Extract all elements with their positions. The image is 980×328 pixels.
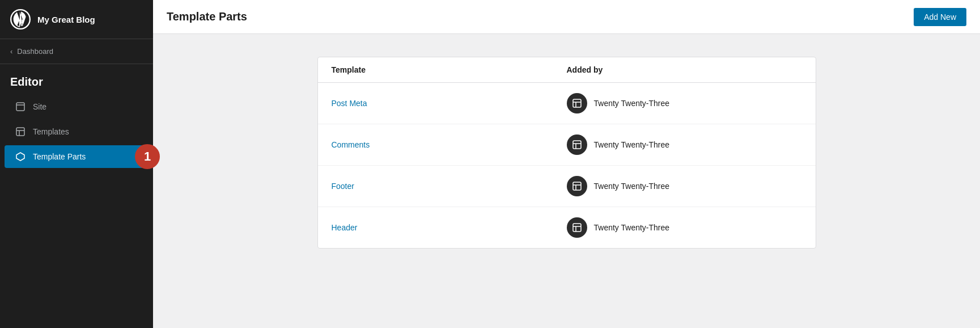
added-by-name: Twenty Twenty-Three xyxy=(594,182,670,191)
table-row: Footer Twenty Twenty-Three xyxy=(318,166,816,207)
table-row: 2 Header Twenty Twenty-Three xyxy=(318,207,816,248)
table-header: Template Added by xyxy=(318,57,816,83)
sidebar-item-templates[interactable]: Templates xyxy=(5,120,149,143)
dashboard-link[interactable]: ‹ Dashboard xyxy=(0,39,153,64)
theme-icon xyxy=(567,176,587,196)
sidebar-item-site[interactable]: Site xyxy=(5,95,149,118)
templates-icon xyxy=(15,126,26,137)
template-parts-icon xyxy=(15,151,26,162)
content-area: Template Added by Post Meta Twenty Twent… xyxy=(153,34,980,328)
added-by-name: Twenty Twenty-Three xyxy=(594,223,670,232)
annotation-badge-1: 1 xyxy=(135,144,160,169)
svg-rect-15 xyxy=(573,224,581,232)
template-link-footer[interactable]: Footer xyxy=(332,182,567,191)
svg-rect-12 xyxy=(573,182,581,190)
added-by-name: Twenty Twenty-Three xyxy=(594,140,670,149)
template-link-header[interactable]: Header xyxy=(332,223,567,232)
page-title: Template Parts xyxy=(167,10,247,23)
svg-rect-9 xyxy=(573,141,581,149)
back-arrow-icon: ‹ xyxy=(10,47,12,56)
main-content: Template Parts Add New Template Added by… xyxy=(153,0,980,328)
wordpress-logo xyxy=(10,9,31,30)
template-link-post-meta[interactable]: Post Meta xyxy=(332,99,567,108)
svg-rect-6 xyxy=(573,99,581,107)
col-header-template: Template xyxy=(332,65,567,74)
added-by-cell: Twenty Twenty-Three xyxy=(567,134,802,155)
sidebar-item-site-label: Site xyxy=(33,102,46,111)
template-parts-table: Template Added by Post Meta Twenty Twent… xyxy=(317,57,816,249)
site-icon xyxy=(15,101,26,112)
svg-rect-3 xyxy=(16,128,24,136)
added-by-cell: Twenty Twenty-Three xyxy=(567,217,802,238)
editor-label: Editor xyxy=(0,64,153,94)
dashboard-link-label: Dashboard xyxy=(17,47,53,56)
sidebar-item-templates-label: Templates xyxy=(33,127,69,136)
table-row: Comments Twenty Twenty-Three xyxy=(318,124,816,166)
sidebar: My Great Blog ‹ Dashboard Editor Site Te… xyxy=(0,0,153,328)
site-name: My Great Blog xyxy=(37,15,95,24)
added-by-cell: Twenty Twenty-Three xyxy=(567,93,802,113)
topbar: Template Parts Add New xyxy=(153,0,980,34)
added-by-name: Twenty Twenty-Three xyxy=(594,99,670,108)
add-new-button[interactable]: Add New xyxy=(914,8,966,26)
theme-icon xyxy=(567,217,587,238)
sidebar-item-template-parts[interactable]: Template Parts 1 xyxy=(5,145,149,168)
col-header-added-by: Added by xyxy=(567,65,802,74)
table-row: Post Meta Twenty Twenty-Three xyxy=(318,83,816,124)
sidebar-item-template-parts-label: Template Parts xyxy=(33,152,86,161)
added-by-cell: Twenty Twenty-Three xyxy=(567,176,802,196)
sidebar-header: My Great Blog xyxy=(0,0,153,39)
template-link-comments[interactable]: Comments xyxy=(332,140,567,149)
theme-icon xyxy=(567,134,587,155)
svg-rect-1 xyxy=(16,103,24,111)
theme-icon xyxy=(567,93,587,113)
